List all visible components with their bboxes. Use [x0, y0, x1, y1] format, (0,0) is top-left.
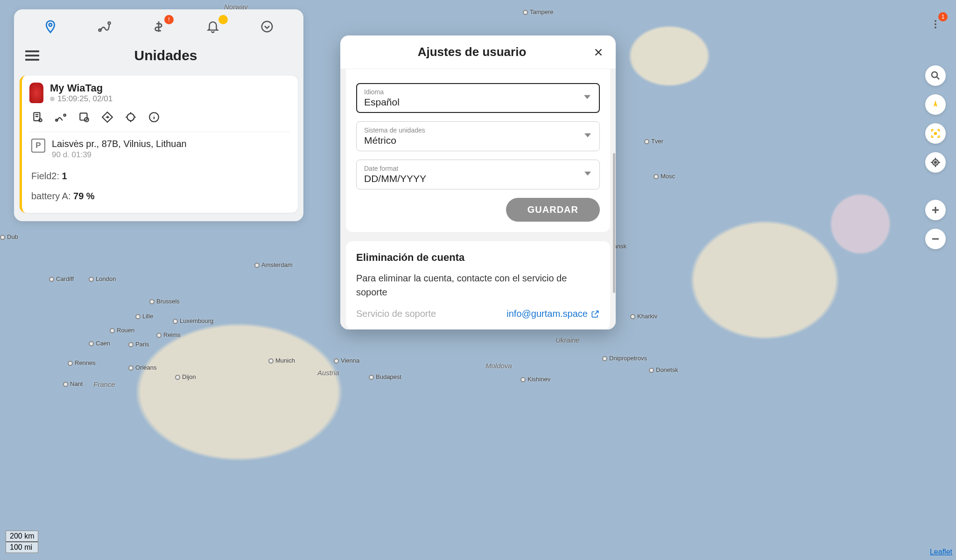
support-label: Servicio de soporte: [356, 308, 436, 319]
save-button[interactable]: GUARDAR: [506, 198, 600, 222]
modal-title: Ajustes de usuario: [351, 45, 592, 59]
units-select[interactable]: Sistema de unidades Métrico: [356, 121, 600, 151]
dateformat-select[interactable]: Date format DD/MM/YYYY: [356, 160, 600, 189]
deletion-title: Eliminación de cuenta: [356, 252, 600, 264]
scrollbar[interactable]: [613, 153, 615, 293]
external-link-icon: [590, 309, 600, 319]
field-value: Métrico: [364, 135, 592, 146]
chevron-down-icon: [584, 94, 590, 102]
field-label: Sistema de unidades: [364, 126, 592, 134]
modal-backdrop[interactable]: Ajustes de usuario Idioma Español Sistem…: [0, 0, 956, 560]
field-label: Date format: [364, 165, 592, 172]
user-settings-modal: Ajustes de usuario Idioma Español Sistem…: [340, 35, 616, 329]
field-value: Español: [364, 97, 592, 108]
field-value: DD/MM/YYYY: [364, 173, 592, 184]
field-label: Idioma: [364, 88, 592, 96]
language-select[interactable]: Idioma Español: [356, 83, 600, 113]
support-email-link[interactable]: info@gurtam.space: [506, 308, 600, 319]
chevron-down-icon: [584, 170, 591, 179]
deletion-text: Para eliminar la cuenta, contacte con el…: [356, 271, 600, 299]
chevron-down-icon: [584, 132, 591, 140]
close-button[interactable]: [592, 46, 605, 58]
